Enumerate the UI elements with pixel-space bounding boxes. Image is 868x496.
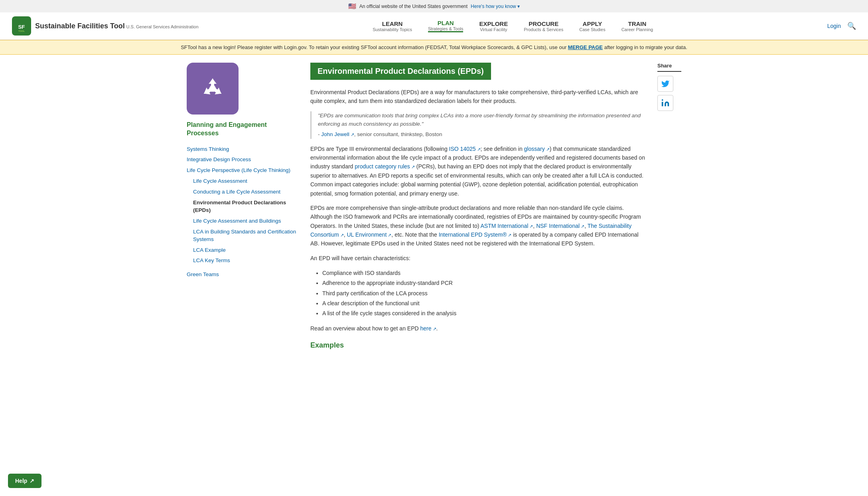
- intl-epd-link[interactable]: International EPD System®: [439, 231, 512, 238]
- nav-apply[interactable]: APPLY Case Studies: [579, 20, 605, 32]
- sidebar-item-lca[interactable]: Life Cycle Assessment: [187, 176, 298, 187]
- ul-link[interactable]: UL Environment: [347, 231, 391, 238]
- body-paragraph-1: EPDs are Type III environmental declarat…: [310, 144, 645, 198]
- linkedin-share-button[interactable]: [657, 95, 673, 111]
- twitter-share-button[interactable]: [657, 76, 673, 92]
- characteristic-3: Third party certification of the LCA pro…: [322, 289, 645, 298]
- alert-text-after: after logging in to migrate your data.: [604, 44, 687, 50]
- alert-banner: SFTool has a new login! Please register …: [0, 40, 868, 55]
- site-name: Sustainable Facilities Tool: [35, 22, 125, 30]
- sidebar-item-lca-standards[interactable]: LCA in Building Standards and Certificat…: [187, 227, 298, 245]
- sidebar: Planning and Engagement Processes System…: [187, 63, 298, 350]
- nav-learn[interactable]: LEARN Sustainability Topics: [373, 20, 412, 32]
- us-flag: 🇺🇸: [348, 2, 356, 10]
- sidebar-nav: Systems Thinking Integrative Design Proc…: [187, 144, 298, 281]
- epd-overview: Read an overview about how to get an EPD…: [310, 324, 645, 333]
- glossary-link[interactable]: glossary: [524, 146, 550, 152]
- intro-paragraph: Environmental Product Declarations (EPDs…: [310, 88, 645, 106]
- login-link[interactable]: Login: [827, 23, 841, 29]
- nav-plan[interactable]: PLAN Strategies & Tools: [428, 20, 463, 32]
- quote-block: "EPDs are communication tools that bring…: [310, 111, 645, 139]
- quote-attribution: - John Jewell, senior consultant, thinks…: [318, 130, 645, 139]
- share-sidebar: Share: [657, 63, 681, 350]
- merge-page-link[interactable]: MERGE PAGE: [568, 44, 603, 50]
- nav-procure[interactable]: PROCURE Products & Services: [524, 20, 563, 32]
- main-content: Environmental Product Declarations (EPDs…: [310, 63, 645, 350]
- svg-text:TOOL: TOOL: [18, 30, 25, 32]
- characteristics-intro: An EPD will have certain characteristics…: [310, 254, 645, 263]
- sidebar-item-lca-buildings[interactable]: Life Cycle Assessment and Buildings: [187, 216, 298, 227]
- page-title: Environmental Product Declarations (EPDs…: [310, 63, 491, 80]
- nav-train[interactable]: TRAIN Career Planning: [621, 20, 653, 32]
- sidebar-item-green-teams[interactable]: Green Teams: [187, 269, 298, 280]
- sidebar-item-conducting-lca[interactable]: Conducting a Life Cycle Assessment: [187, 187, 298, 198]
- pcr-link[interactable]: product category rules: [355, 163, 415, 170]
- examples-heading: Examples: [310, 341, 645, 350]
- here-link[interactable]: here: [420, 325, 436, 332]
- logo-area: SF TOOL Sustainable Facilities Tool U.S.…: [12, 16, 199, 36]
- sidebar-item-lca-key-terms[interactable]: LCA Key Terms: [187, 255, 298, 266]
- agency-name: U.S. General Services Administration: [126, 24, 199, 29]
- alert-text-before: SFTool has a new login! Please register …: [181, 44, 566, 50]
- characteristic-5: A list of the life cycle stages consider…: [322, 308, 645, 318]
- sidebar-item-integrative-design[interactable]: Integrative Design Process: [187, 154, 298, 165]
- logo-text: Sustainable Facilities Tool U.S. General…: [35, 22, 199, 30]
- gov-banner: 🇺🇸 An official website of the United Sta…: [0, 0, 868, 12]
- quote-author-link[interactable]: John Jewell: [321, 131, 354, 137]
- svg-point-4: [662, 99, 663, 101]
- sidebar-item-epds: Environmental Product Declarations (EPDs…: [187, 198, 298, 216]
- site-header: SF TOOL Sustainable Facilities Tool U.S.…: [0, 12, 868, 40]
- how-you-know-link[interactable]: Here's how you know ▾: [471, 4, 520, 9]
- nsf-link[interactable]: NSF International: [536, 223, 584, 229]
- share-divider: [657, 71, 681, 72]
- share-label: Share: [657, 63, 681, 69]
- characteristics-list: Compliance with ISO standards Adherence …: [322, 268, 645, 318]
- sidebar-title: Planning and Engagement Processes: [187, 121, 298, 138]
- header-right: Login 🔍: [827, 22, 856, 30]
- sidebar-item-lca-example[interactable]: LCA Example: [187, 245, 298, 256]
- gov-banner-text: An official website of the United States…: [359, 4, 468, 9]
- search-button[interactable]: 🔍: [847, 22, 856, 30]
- characteristic-1: Compliance with ISO standards: [322, 268, 645, 278]
- characteristic-2: Adherence to the appropriate industry-st…: [322, 278, 645, 288]
- astm-link[interactable]: ASTM International: [480, 223, 533, 229]
- body-paragraph-2: EPDs are more comprehensive than single-…: [310, 204, 645, 248]
- quote-text: "EPDs are communication tools that bring…: [318, 111, 645, 128]
- svg-text:SF: SF: [18, 24, 25, 30]
- page-content: Planning and Engagement Processes System…: [175, 55, 693, 358]
- logo-icon: SF TOOL: [12, 16, 31, 36]
- main-nav: LEARN Sustainability Topics PLAN Strateg…: [373, 20, 653, 32]
- nav-explore[interactable]: EXPLORE Virtual Facility: [479, 20, 508, 32]
- iso-14025-link[interactable]: ISO 14025: [449, 146, 481, 152]
- characteristic-4: A clear description of the functional un…: [322, 298, 645, 308]
- sidebar-icon: [187, 63, 239, 115]
- sidebar-item-life-cycle-perspective[interactable]: Life Cycle Perspective (Life Cycle Think…: [187, 165, 298, 176]
- sidebar-item-systems-thinking[interactable]: Systems Thinking: [187, 144, 298, 155]
